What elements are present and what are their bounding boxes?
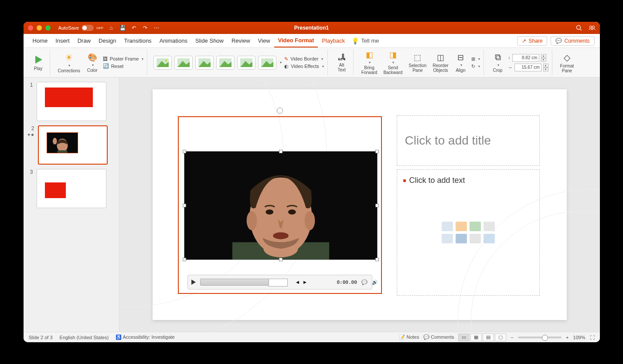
style-thumb-6[interactable] <box>258 56 276 70</box>
slide-counter[interactable]: Slide 2 of 3 <box>29 335 53 340</box>
insert-icon-icon[interactable] <box>483 234 495 243</box>
height-up[interactable]: ▴ <box>541 54 546 58</box>
accessibility-checker[interactable]: ♿ Accessibility: Investigate <box>116 334 175 340</box>
slide-thumbnail-3[interactable]: 3 <box>27 169 116 208</box>
tab-draw[interactable]: Draw <box>74 34 95 47</box>
slide-thumbnail-1[interactable]: 1 <box>27 82 116 121</box>
resize-handle-ne[interactable] <box>375 150 379 153</box>
style-thumb-1[interactable] <box>153 56 172 70</box>
title-placeholder[interactable]: Click to add title <box>397 115 540 166</box>
fit-to-window-button[interactable]: ⛶ <box>590 335 595 340</box>
tab-insert[interactable]: Insert <box>51 34 74 47</box>
reset-button[interactable]: 🔄 Reset <box>103 63 144 69</box>
autosave-toggle[interactable]: AutoSave OFF <box>58 25 104 31</box>
width-down[interactable]: ▾ <box>543 67 548 71</box>
save-icon[interactable]: 💾 <box>119 24 126 31</box>
resize-handle-e[interactable] <box>375 204 379 207</box>
insert-table-icon[interactable] <box>442 222 453 231</box>
resize-handle-w[interactable] <box>183 204 186 207</box>
style-thumb-5[interactable] <box>237 56 255 70</box>
crop-button[interactable]: ⧉▾ Crop <box>490 51 506 74</box>
selection-pane-button[interactable]: ⬚ Selection Pane <box>407 52 428 74</box>
slide-canvas-area[interactable]: ◀ ▶ 0:00.00 💬 🔊 Click to add title <box>119 78 600 332</box>
minimize-window-button[interactable] <box>37 25 42 30</box>
share-button[interactable]: ↗ Share <box>517 36 547 46</box>
slide-sorter-button[interactable]: ▦ <box>470 334 482 341</box>
slide-thumbnail-2[interactable]: 2 ✦★ <box>27 125 116 165</box>
undo-icon[interactable]: ↶ <box>130 24 137 31</box>
style-thumb-4[interactable] <box>216 56 235 70</box>
redo-icon[interactable]: ↷ <box>142 24 149 31</box>
video-border-button[interactable]: ✎ Video Border ▾ <box>284 56 323 62</box>
width-up[interactable]: ▴ <box>543 64 548 67</box>
gallery-more-icon[interactable]: ▾ <box>280 61 282 64</box>
rotate-handle[interactable] <box>277 108 283 114</box>
comments-panel-button[interactable]: 💬 Comments <box>423 334 454 340</box>
skip-forward-icon[interactable]: ▶ <box>303 280 306 284</box>
search-icon[interactable] <box>575 24 582 31</box>
height-down[interactable]: ▾ <box>541 58 546 62</box>
video-object[interactable] <box>184 151 378 260</box>
video-styles-gallery[interactable]: ▾ <box>153 56 282 70</box>
resize-handle-nw[interactable] <box>183 150 186 153</box>
skip-back-icon[interactable]: ◀ <box>296 280 299 284</box>
insert-chart-icon[interactable] <box>456 222 467 231</box>
reorder-objects-button[interactable]: ◫ Reorder Objects <box>431 52 450 74</box>
tab-animations[interactable]: Animations <box>156 34 191 47</box>
tab-design[interactable]: Design <box>95 34 120 47</box>
tell-me-search[interactable]: 💡 Tell me <box>351 37 379 44</box>
video-effects-button[interactable]: ◐ Video Effects ▾ <box>284 64 323 69</box>
resize-handle-s[interactable] <box>279 258 283 261</box>
language-indicator[interactable]: English (United States) <box>60 335 109 340</box>
tab-playback[interactable]: Playback <box>318 34 349 47</box>
close-window-button[interactable] <box>28 25 33 30</box>
insert-picture-icon[interactable] <box>442 234 453 243</box>
height-input[interactable]: ↕ 8.82 cm ▴▾ <box>508 54 548 62</box>
corrections-button[interactable]: ☀▾ Corrections <box>56 51 82 74</box>
width-input[interactable]: ↔ 15.67 cm ▴▾ <box>508 64 548 71</box>
tab-slideshow[interactable]: Slide Show <box>191 34 228 47</box>
format-pane-button[interactable]: ◇ Format Pane <box>558 51 576 74</box>
tab-video-format[interactable]: Video Format <box>274 34 318 47</box>
volume-icon[interactable]: 🔊 <box>372 280 378 285</box>
video-scrubber[interactable] <box>200 279 270 286</box>
style-thumb-2[interactable] <box>174 56 193 70</box>
insert-online-picture-icon[interactable] <box>456 234 467 243</box>
insert-smartart-icon[interactable] <box>470 222 481 231</box>
tab-review[interactable]: Review <box>228 34 254 47</box>
slideshow-view-button[interactable]: ▢ <box>495 334 506 341</box>
home-icon[interactable]: ⌂ <box>108 24 115 31</box>
play-button[interactable]: Play <box>31 53 46 72</box>
tab-view[interactable]: View <box>254 34 274 47</box>
notes-button[interactable]: 📝 Notes <box>399 334 419 340</box>
color-button[interactable]: 🎨▾ Color <box>85 52 100 74</box>
video-play-button[interactable] <box>191 280 196 285</box>
maximize-window-button[interactable] <box>45 25 51 30</box>
insert-3d-icon[interactable] <box>483 222 495 231</box>
captions-icon[interactable]: 💬 <box>361 280 368 285</box>
style-thumb-3[interactable] <box>195 56 214 70</box>
zoom-slider[interactable] <box>518 337 562 338</box>
resize-handle-sw[interactable] <box>183 258 186 261</box>
rotate-button[interactable]: ↻▾ <box>471 64 480 69</box>
zoom-level[interactable]: 109% <box>573 335 585 340</box>
resize-handle-se[interactable] <box>375 258 379 261</box>
reading-view-button[interactable]: ▤ <box>483 334 494 341</box>
account-icon[interactable] <box>589 24 596 31</box>
poster-frame-button[interactable]: 🖼 Poster Frame ▾ <box>103 56 144 61</box>
bring-forward-button[interactable]: ◧▾ Bring Forward <box>360 49 379 76</box>
more-icon[interactable]: ⋯ <box>153 24 160 31</box>
zoom-in-button[interactable]: + <box>566 335 569 340</box>
resize-handle-n[interactable] <box>279 150 283 153</box>
comments-button[interactable]: 💬 Comments <box>551 36 594 46</box>
content-placeholder-selected[interactable]: ◀ ▶ 0:00.00 💬 🔊 <box>178 116 382 294</box>
align-button[interactable]: ⊟▾ Align <box>453 52 469 74</box>
tab-home[interactable]: Home <box>29 34 52 47</box>
insert-video-icon[interactable] <box>470 234 481 243</box>
content-placeholder-2[interactable]: Click to add text <box>397 169 540 296</box>
normal-view-button[interactable]: ▭ <box>458 334 470 341</box>
alt-text-button[interactable]: 🏞 Alt Text <box>334 52 350 73</box>
zoom-out-button[interactable]: − <box>511 335 513 340</box>
tab-transitions[interactable]: Transitions <box>120 34 156 47</box>
send-backward-button[interactable]: ◨▾ Send Backward <box>381 49 404 76</box>
